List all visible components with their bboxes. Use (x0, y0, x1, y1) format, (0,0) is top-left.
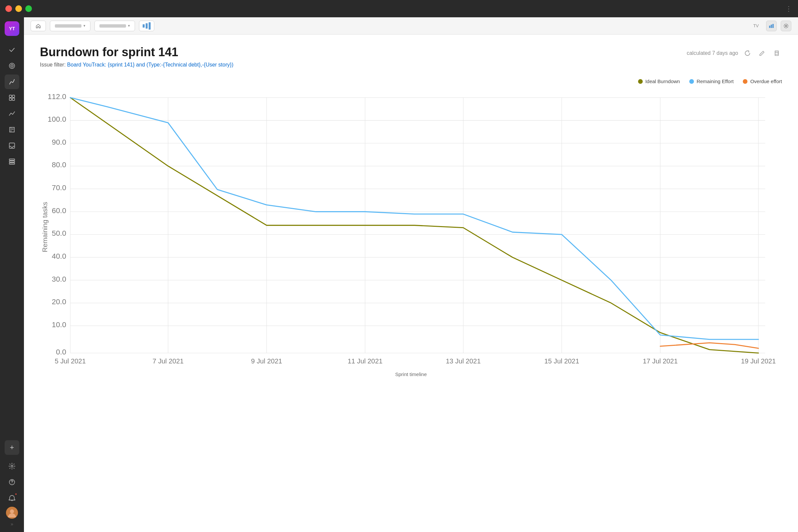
svg-text:17 Jul 2021: 17 Jul 2021 (643, 357, 678, 364)
svg-text:112.0: 112.0 (48, 92, 66, 100)
check-icon (8, 46, 16, 54)
settings-toolbar-button[interactable] (781, 21, 791, 31)
title-bar: ⋮ (0, 0, 798, 17)
svg-text:50.0: 50.0 (52, 229, 66, 238)
svg-text:7 Jul 2021: 7 Jul 2021 (153, 357, 184, 364)
svg-point-25 (778, 53, 778, 54)
sidebar-item-stack[interactable] (5, 154, 19, 169)
sprint-selector-button[interactable]: ▾ (50, 21, 91, 31)
svg-text:10.0: 10.0 (52, 321, 66, 329)
svg-text:40.0: 40.0 (52, 252, 66, 260)
svg-text:20.0: 20.0 (52, 298, 66, 306)
dashboard-icon (8, 94, 16, 101)
svg-rect-24 (775, 51, 778, 52)
user-avatar-image (6, 507, 18, 519)
svg-point-22 (785, 25, 787, 26)
settings-button[interactable] (5, 459, 19, 474)
notification-badge (15, 493, 17, 495)
book-icon (8, 126, 16, 133)
chart-view-button[interactable] (766, 21, 777, 31)
legend-remaining-effort: Remaining Effort (689, 78, 734, 84)
calculated-label: calculated 7 days ago (687, 50, 738, 56)
svg-text:90.0: 90.0 (52, 138, 66, 146)
svg-point-2 (12, 65, 13, 66)
svg-rect-5 (9, 98, 12, 100)
svg-text:19 Jul 2021: 19 Jul 2021 (741, 357, 776, 364)
svg-rect-11 (9, 159, 15, 160)
svg-rect-23 (775, 54, 778, 56)
sprint-dropdown-arrow: ▾ (83, 24, 86, 28)
bell-icon (8, 494, 16, 502)
close-button[interactable] (5, 5, 12, 12)
main-content: ▾ ▾ TV (24, 17, 798, 532)
title-bar-dots: ⋮ (785, 5, 793, 13)
svg-text:60.0: 60.0 (52, 207, 66, 215)
settings-icon (783, 23, 789, 28)
user-avatar[interactable] (6, 507, 18, 519)
print-button[interactable] (772, 48, 782, 58)
home-toolbar-button[interactable] (31, 21, 46, 31)
svg-text:30.0: 30.0 (52, 275, 66, 283)
remaining-effort-dot (689, 79, 694, 84)
chart-bar-1 (142, 24, 145, 27)
minimize-button[interactable] (15, 5, 22, 12)
sidebar-item-analytics[interactable] (5, 107, 19, 121)
sidebar-item-reports[interactable] (5, 75, 19, 89)
sidebar-logo[interactable]: YT (5, 21, 19, 36)
gear-icon (8, 462, 16, 470)
chart-type-button[interactable] (139, 21, 154, 31)
svg-rect-3 (9, 95, 12, 97)
svg-rect-20 (771, 25, 772, 28)
maximize-button[interactable] (25, 5, 32, 12)
page-title: Burndown for sprint 141 (40, 45, 178, 59)
svg-text:5 Jul 2021: 5 Jul 2021 (55, 357, 86, 364)
print-icon (774, 50, 780, 56)
analytics-icon (8, 110, 16, 117)
ideal-burndown-line (70, 97, 758, 353)
overdue-effort-label: Overdue effort (750, 78, 782, 84)
edit-icon (759, 50, 765, 56)
svg-text:11 Jul 2021: 11 Jul 2021 (348, 357, 383, 364)
svg-text:100.0: 100.0 (48, 115, 66, 124)
help-button[interactable] (5, 475, 19, 490)
toolbar: ▾ ▾ TV (24, 17, 798, 35)
svg-text:9 Jul 2021: 9 Jul 2021 (251, 357, 282, 364)
more-options-icon[interactable]: ⋮ (785, 5, 793, 13)
ideal-burndown-dot (638, 79, 643, 84)
window-controls (5, 5, 32, 12)
legend-overdue-effort: Overdue effort (743, 78, 782, 84)
svg-point-18 (10, 509, 14, 513)
sidebar-item-inbox[interactable] (5, 138, 19, 153)
chart-bar-2 (146, 23, 148, 28)
chart-area: 112.0 100.0 90.0 80.0 70.0 60.0 50.0 40.… (40, 91, 782, 370)
tv-button[interactable]: TV (750, 21, 762, 31)
report-page: Burndown for sprint 141 calculated 7 day… (24, 35, 798, 532)
refresh-button[interactable] (742, 48, 753, 58)
sidebar-item-dashboards[interactable] (5, 91, 19, 105)
chart-bar-3 (149, 22, 151, 30)
overdue-effort-dot (743, 79, 747, 84)
overdue-effort-line (660, 343, 758, 348)
svg-rect-21 (773, 24, 774, 28)
app-body: YT (0, 17, 798, 532)
help-icon (8, 478, 16, 486)
svg-rect-13 (9, 163, 15, 164)
sidebar-item-issues[interactable] (5, 42, 19, 57)
sidebar-item-knowledge[interactable] (5, 122, 19, 137)
svg-point-14 (11, 465, 13, 467)
svg-rect-12 (9, 161, 15, 162)
add-button[interactable]: + (5, 440, 19, 455)
svg-text:0.0: 0.0 (56, 348, 66, 356)
issue-filter: Issue filter: Board YouTrack: {sprint 14… (40, 62, 782, 68)
expand-button[interactable]: » (9, 520, 15, 528)
report-header-actions: calculated 7 days ago (687, 48, 782, 58)
notifications-button[interactable] (5, 491, 19, 506)
date-range-button[interactable]: ▾ (94, 21, 135, 31)
svg-rect-4 (12, 95, 15, 97)
edit-button[interactable] (757, 48, 767, 58)
sidebar-item-agile[interactable] (5, 58, 19, 73)
issue-filter-link[interactable]: Board YouTrack: {sprint 141} and (Type:-… (67, 62, 233, 68)
report-header: Burndown for sprint 141 calculated 7 day… (40, 45, 782, 59)
sprint-selector-text (55, 24, 81, 27)
remaining-effort-label: Remaining Effort (697, 78, 734, 84)
